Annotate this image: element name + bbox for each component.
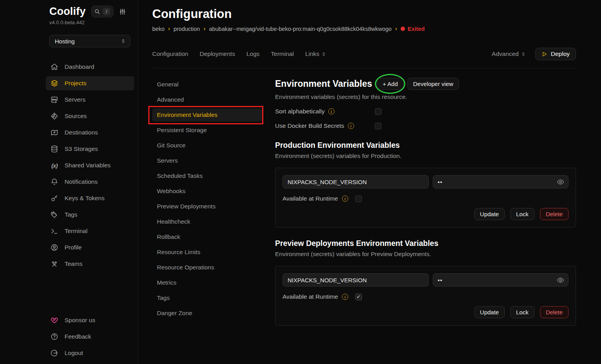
config-nav-resource-limits[interactable]: Resource Limits (152, 246, 262, 259)
config-nav-tags[interactable]: Tags (152, 291, 262, 305)
app-logo: Coolify (49, 5, 86, 18)
config-nav-rollback[interactable]: Rollback (152, 230, 262, 244)
chevron-right-icon: › (203, 25, 205, 32)
sidebar-item-label: Feedback (65, 333, 91, 340)
deploy-button[interactable]: Deploy (535, 48, 576, 60)
config-nav-webhooks[interactable]: Webhooks (152, 185, 262, 198)
resource-tabs: Configuration Deployments Logs Terminal … (152, 50, 326, 57)
config-nav-healthcheck[interactable]: Healthcheck (152, 215, 262, 228)
tab-links[interactable]: Links (305, 50, 326, 57)
config-nav-general[interactable]: General (152, 78, 262, 91)
variable-key-input[interactable] (283, 273, 429, 287)
info-icon[interactable]: i (342, 294, 348, 300)
tab-configuration[interactable]: Configuration (152, 50, 188, 57)
sidebar-item-shared-variables[interactable]: (x) Shared Variables (46, 158, 134, 172)
sidebar-item-label: Dashboard (65, 63, 94, 70)
search-button[interactable]: / (91, 5, 113, 18)
sidebar-item-label: Destinations (65, 129, 98, 136)
config-nav-scheduled-tasks[interactable]: Scheduled Tasks (152, 169, 262, 183)
status-badge[interactable]: Exited (401, 26, 425, 32)
tag-icon (50, 211, 58, 219)
heart-icon (50, 316, 58, 324)
config-nav-preview-deployments[interactable]: Preview Deployments (152, 200, 262, 213)
developer-view-button[interactable]: Developer view (407, 78, 459, 90)
main-content: Configuration beko › production › abubak… (138, 0, 601, 364)
sidebar-item-sources[interactable]: Sources (46, 109, 134, 123)
docker-build-secrets-row: Use Docker Build Secrets i ✓ (275, 122, 576, 129)
sidebar-item-destinations[interactable]: Destinations (46, 126, 134, 140)
sidebar-item-s3-storages[interactable]: S3 Storages (46, 142, 134, 156)
eye-icon[interactable] (557, 273, 564, 287)
sidebar-item-servers[interactable]: Servers (46, 93, 134, 107)
settings-sliders-icon[interactable] (119, 8, 126, 15)
variable-value-input[interactable] (433, 175, 569, 188)
config-nav-metrics[interactable]: Metrics (152, 276, 262, 289)
delete-button[interactable]: Delete (540, 208, 569, 220)
sidebar-item-projects[interactable]: Projects (46, 76, 134, 90)
env-variables-subtitle: Environment variables (secrets) for this… (275, 93, 576, 100)
variable-value-input[interactable] (433, 273, 569, 287)
docker-build-secrets-label: Use Docker Build Secrets (275, 122, 344, 129)
available-at-runtime-checkbox[interactable]: ✓ (355, 195, 362, 202)
tab-terminal[interactable]: Terminal (271, 50, 294, 57)
lock-button[interactable]: Lock (510, 208, 534, 220)
sidebar-item-keys-tokens[interactable]: Keys & Tokens (46, 191, 134, 205)
chevron-up-down-icon (321, 52, 326, 57)
config-nav-environment-variables[interactable]: Environment Variables (152, 108, 262, 122)
search-shortcut-key: / (103, 8, 110, 15)
sidebar-header: Coolify / v4.0.0-beta.442 (49, 5, 131, 25)
sidebar-item-logout[interactable]: Logout (46, 346, 134, 360)
breadcrumb-resource[interactable]: abubakar--meigag/vid-tube-beko-pro:main-… (209, 26, 392, 32)
sidebar-item-sponsor[interactable]: Sponsor us (46, 313, 134, 327)
breadcrumb: beko › production › abubakar--meigag/vid… (152, 25, 576, 32)
sidebar-item-notifications[interactable]: Notifications (46, 175, 134, 189)
config-nav-danger-zone[interactable]: Danger Zone (152, 307, 262, 320)
delete-button[interactable]: Delete (540, 306, 569, 318)
sort-alphabetically-checkbox[interactable]: ✓ (375, 108, 381, 115)
production-section-title: Production Environment Variables (275, 141, 576, 150)
variable-icon: (x) (50, 161, 58, 169)
tab-logs[interactable]: Logs (247, 50, 260, 57)
team-select[interactable]: Hosting (49, 35, 130, 47)
eye-icon[interactable] (557, 175, 564, 188)
config-nav-advanced[interactable]: Advanced (152, 93, 262, 106)
update-button[interactable]: Update (474, 306, 505, 318)
config-nav-label: Environment Variables (157, 111, 218, 118)
sidebar-item-terminal[interactable]: Terminal (46, 224, 134, 238)
available-at-runtime-row: Available at Runtime i ✓ (283, 195, 569, 202)
config-nav-git-source[interactable]: Git Source (152, 139, 262, 152)
available-at-runtime-checkbox[interactable]: ✓ (355, 294, 362, 300)
sidebar-item-profile[interactable]: Profile (46, 240, 134, 255)
sidebar-item-dashboard[interactable]: Dashboard (46, 60, 134, 74)
sidebar-item-label: Sources (65, 113, 87, 120)
env-variables-title: Environment Variables (275, 79, 372, 89)
lock-button[interactable]: Lock (510, 306, 534, 318)
map-icon (50, 129, 58, 136)
tab-deployments[interactable]: Deployments (200, 50, 235, 57)
info-icon[interactable]: i (342, 195, 348, 202)
server-icon (50, 96, 58, 104)
add-variable-button[interactable]: + Add (377, 78, 404, 90)
info-icon[interactable]: i (348, 123, 354, 129)
sidebar-item-tags[interactable]: Tags (46, 208, 134, 222)
sidebar-item-teams[interactable]: Teams (46, 257, 134, 271)
config-nav-persistent-storage[interactable]: Persistent Storage (152, 124, 262, 137)
breadcrumb-environment[interactable]: production (173, 26, 200, 32)
advanced-dropdown[interactable]: Advanced (492, 50, 526, 57)
breadcrumb-team[interactable]: beko (152, 26, 164, 32)
docker-build-secrets-checkbox[interactable]: ✓ (375, 123, 381, 129)
terminal-icon (50, 227, 58, 235)
env-variables-panel: Environment Variables + Add Developer vi… (275, 78, 576, 326)
update-button[interactable]: Update (474, 208, 505, 220)
config-nav-servers[interactable]: Servers (152, 154, 262, 167)
git-source-icon (50, 112, 58, 120)
sidebar-item-feedback[interactable]: Feedback (46, 330, 134, 344)
play-icon (542, 51, 547, 57)
config-nav-resource-operations[interactable]: Resource Operations (152, 261, 262, 274)
sidebar-item-label: Keys & Tokens (65, 195, 104, 202)
variable-key-input[interactable] (283, 175, 429, 188)
chevron-right-icon: › (395, 25, 397, 32)
info-icon[interactable]: i (328, 108, 335, 115)
preview-section-title: Preview Deployments Environment Variable… (275, 239, 576, 248)
sidebar-item-label: Sponsor us (65, 317, 95, 324)
